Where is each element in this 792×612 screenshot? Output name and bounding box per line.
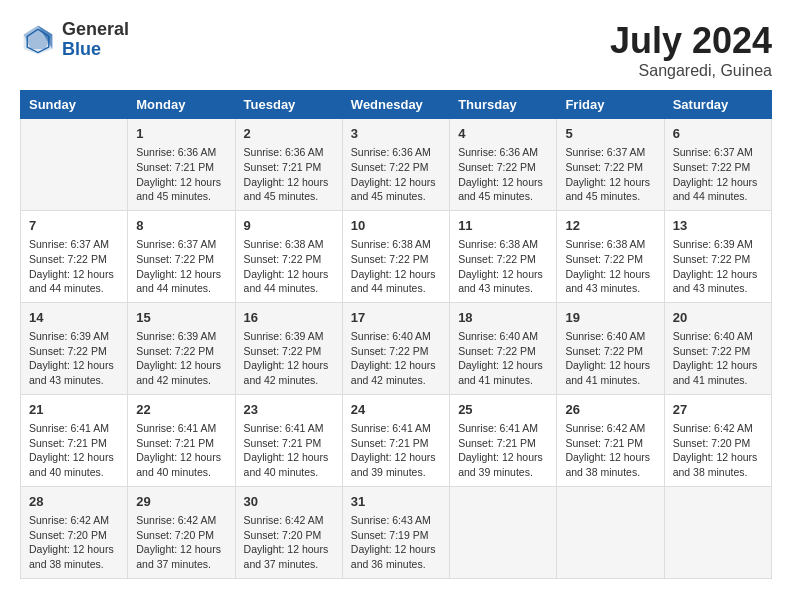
calendar-week-row: 28Sunrise: 6:42 AM Sunset: 7:20 PM Dayli… [21,486,772,578]
calendar-cell: 23Sunrise: 6:41 AM Sunset: 7:21 PM Dayli… [235,394,342,486]
day-number: 19 [565,309,655,327]
calendar-cell: 5Sunrise: 6:37 AM Sunset: 7:22 PM Daylig… [557,119,664,211]
calendar-cell [450,486,557,578]
calendar-cell: 19Sunrise: 6:40 AM Sunset: 7:22 PM Dayli… [557,302,664,394]
calendar-cell: 31Sunrise: 6:43 AM Sunset: 7:19 PM Dayli… [342,486,449,578]
calendar-cell: 7Sunrise: 6:37 AM Sunset: 7:22 PM Daylig… [21,210,128,302]
column-header-wednesday: Wednesday [342,91,449,119]
column-header-saturday: Saturday [664,91,771,119]
day-content: Sunrise: 6:40 AM Sunset: 7:22 PM Dayligh… [458,329,548,388]
day-number: 5 [565,125,655,143]
day-content: Sunrise: 6:41 AM Sunset: 7:21 PM Dayligh… [351,421,441,480]
calendar-cell: 9Sunrise: 6:38 AM Sunset: 7:22 PM Daylig… [235,210,342,302]
day-content: Sunrise: 6:39 AM Sunset: 7:22 PM Dayligh… [136,329,226,388]
day-content: Sunrise: 6:41 AM Sunset: 7:21 PM Dayligh… [29,421,119,480]
calendar-cell: 30Sunrise: 6:42 AM Sunset: 7:20 PM Dayli… [235,486,342,578]
day-content: Sunrise: 6:38 AM Sunset: 7:22 PM Dayligh… [244,237,334,296]
day-content: Sunrise: 6:42 AM Sunset: 7:20 PM Dayligh… [673,421,763,480]
calendar-table: SundayMondayTuesdayWednesdayThursdayFrid… [20,90,772,579]
day-number: 10 [351,217,441,235]
page-header: General Blue July 2024 Sangaredi, Guinea [20,20,772,80]
day-number: 24 [351,401,441,419]
day-content: Sunrise: 6:39 AM Sunset: 7:22 PM Dayligh… [673,237,763,296]
day-number: 3 [351,125,441,143]
calendar-cell: 12Sunrise: 6:38 AM Sunset: 7:22 PM Dayli… [557,210,664,302]
calendar-week-row: 14Sunrise: 6:39 AM Sunset: 7:22 PM Dayli… [21,302,772,394]
calendar-cell [557,486,664,578]
calendar-cell: 20Sunrise: 6:40 AM Sunset: 7:22 PM Dayli… [664,302,771,394]
calendar-cell [664,486,771,578]
day-content: Sunrise: 6:36 AM Sunset: 7:21 PM Dayligh… [136,145,226,204]
month-year-title: July 2024 [610,20,772,62]
calendar-cell: 6Sunrise: 6:37 AM Sunset: 7:22 PM Daylig… [664,119,771,211]
column-header-thursday: Thursday [450,91,557,119]
day-number: 14 [29,309,119,327]
day-content: Sunrise: 6:42 AM Sunset: 7:20 PM Dayligh… [244,513,334,572]
day-content: Sunrise: 6:36 AM Sunset: 7:21 PM Dayligh… [244,145,334,204]
day-content: Sunrise: 6:41 AM Sunset: 7:21 PM Dayligh… [244,421,334,480]
day-number: 27 [673,401,763,419]
calendar-cell: 24Sunrise: 6:41 AM Sunset: 7:21 PM Dayli… [342,394,449,486]
calendar-cell: 27Sunrise: 6:42 AM Sunset: 7:20 PM Dayli… [664,394,771,486]
logo-icon [20,22,56,58]
day-content: Sunrise: 6:40 AM Sunset: 7:22 PM Dayligh… [351,329,441,388]
day-content: Sunrise: 6:42 AM Sunset: 7:20 PM Dayligh… [29,513,119,572]
column-header-tuesday: Tuesday [235,91,342,119]
day-content: Sunrise: 6:37 AM Sunset: 7:22 PM Dayligh… [29,237,119,296]
day-content: Sunrise: 6:37 AM Sunset: 7:22 PM Dayligh… [136,237,226,296]
title-block: July 2024 Sangaredi, Guinea [610,20,772,80]
day-content: Sunrise: 6:37 AM Sunset: 7:22 PM Dayligh… [565,145,655,204]
day-number: 22 [136,401,226,419]
calendar-cell: 25Sunrise: 6:41 AM Sunset: 7:21 PM Dayli… [450,394,557,486]
day-number: 25 [458,401,548,419]
calendar-cell: 28Sunrise: 6:42 AM Sunset: 7:20 PM Dayli… [21,486,128,578]
calendar-cell: 29Sunrise: 6:42 AM Sunset: 7:20 PM Dayli… [128,486,235,578]
calendar-cell: 14Sunrise: 6:39 AM Sunset: 7:22 PM Dayli… [21,302,128,394]
day-content: Sunrise: 6:39 AM Sunset: 7:22 PM Dayligh… [244,329,334,388]
location-subtitle: Sangaredi, Guinea [610,62,772,80]
day-number: 21 [29,401,119,419]
calendar-cell: 17Sunrise: 6:40 AM Sunset: 7:22 PM Dayli… [342,302,449,394]
column-header-sunday: Sunday [21,91,128,119]
calendar-cell: 13Sunrise: 6:39 AM Sunset: 7:22 PM Dayli… [664,210,771,302]
day-number: 15 [136,309,226,327]
calendar-cell: 10Sunrise: 6:38 AM Sunset: 7:22 PM Dayli… [342,210,449,302]
day-content: Sunrise: 6:38 AM Sunset: 7:22 PM Dayligh… [458,237,548,296]
day-number: 18 [458,309,548,327]
day-number: 20 [673,309,763,327]
calendar-cell: 2Sunrise: 6:36 AM Sunset: 7:21 PM Daylig… [235,119,342,211]
day-number: 30 [244,493,334,511]
calendar-cell: 15Sunrise: 6:39 AM Sunset: 7:22 PM Dayli… [128,302,235,394]
day-content: Sunrise: 6:43 AM Sunset: 7:19 PM Dayligh… [351,513,441,572]
day-number: 12 [565,217,655,235]
day-content: Sunrise: 6:37 AM Sunset: 7:22 PM Dayligh… [673,145,763,204]
calendar-cell [21,119,128,211]
day-number: 13 [673,217,763,235]
day-content: Sunrise: 6:36 AM Sunset: 7:22 PM Dayligh… [351,145,441,204]
calendar-cell: 4Sunrise: 6:36 AM Sunset: 7:22 PM Daylig… [450,119,557,211]
calendar-cell: 11Sunrise: 6:38 AM Sunset: 7:22 PM Dayli… [450,210,557,302]
day-content: Sunrise: 6:36 AM Sunset: 7:22 PM Dayligh… [458,145,548,204]
day-number: 7 [29,217,119,235]
day-content: Sunrise: 6:38 AM Sunset: 7:22 PM Dayligh… [565,237,655,296]
day-number: 23 [244,401,334,419]
calendar-week-row: 7Sunrise: 6:37 AM Sunset: 7:22 PM Daylig… [21,210,772,302]
calendar-cell: 21Sunrise: 6:41 AM Sunset: 7:21 PM Dayli… [21,394,128,486]
calendar-cell: 18Sunrise: 6:40 AM Sunset: 7:22 PM Dayli… [450,302,557,394]
day-number: 1 [136,125,226,143]
calendar-week-row: 1Sunrise: 6:36 AM Sunset: 7:21 PM Daylig… [21,119,772,211]
day-content: Sunrise: 6:40 AM Sunset: 7:22 PM Dayligh… [565,329,655,388]
day-content: Sunrise: 6:38 AM Sunset: 7:22 PM Dayligh… [351,237,441,296]
calendar-cell: 22Sunrise: 6:41 AM Sunset: 7:21 PM Dayli… [128,394,235,486]
day-number: 11 [458,217,548,235]
day-number: 29 [136,493,226,511]
calendar-cell: 1Sunrise: 6:36 AM Sunset: 7:21 PM Daylig… [128,119,235,211]
logo: General Blue [20,20,129,60]
day-content: Sunrise: 6:41 AM Sunset: 7:21 PM Dayligh… [136,421,226,480]
day-content: Sunrise: 6:42 AM Sunset: 7:21 PM Dayligh… [565,421,655,480]
calendar-week-row: 21Sunrise: 6:41 AM Sunset: 7:21 PM Dayli… [21,394,772,486]
day-content: Sunrise: 6:40 AM Sunset: 7:22 PM Dayligh… [673,329,763,388]
calendar-cell: 3Sunrise: 6:36 AM Sunset: 7:22 PM Daylig… [342,119,449,211]
day-number: 2 [244,125,334,143]
calendar-cell: 16Sunrise: 6:39 AM Sunset: 7:22 PM Dayli… [235,302,342,394]
